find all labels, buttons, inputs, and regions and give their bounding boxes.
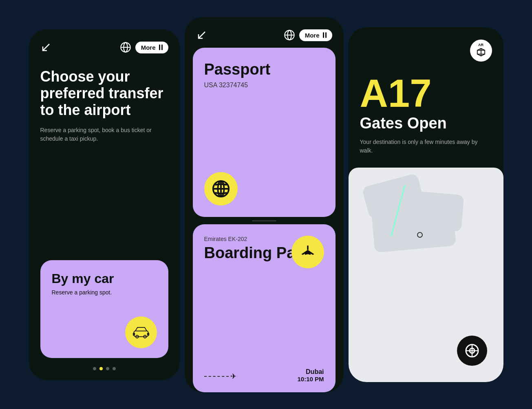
phone-3-desc: Your destination is only a few minutes a… — [360, 138, 492, 155]
svg-line-0 — [43, 44, 49, 51]
divider-line — [252, 220, 276, 221]
phone2-more-label: More — [305, 32, 320, 39]
passport-card[interactable]: Passport USA 32374745 — [193, 48, 336, 217]
phones-container: More Choose your preferred transfer to t… — [0, 0, 532, 409]
phone-1-subtext: Reserve a parking spot, book a bus ticke… — [40, 126, 168, 144]
car-card[interactable]: By my car Reserve a parking spot. — [40, 260, 168, 358]
plane-circle — [291, 236, 324, 268]
map-action-button[interactable] — [457, 336, 487, 366]
phone-2-topbar: More — [185, 29, 344, 41]
map-background — [349, 168, 503, 382]
dots-row — [40, 367, 168, 370]
pause-icon — [159, 44, 163, 50]
passport-globe-circle — [204, 172, 238, 206]
phone2-pause-icon — [323, 32, 327, 38]
boarding-destination: Dubai 10:10 PM — [297, 368, 324, 382]
phone2-arrow-icon — [196, 29, 208, 41]
dot-1 — [93, 367, 96, 370]
globe-icon[interactable] — [120, 42, 131, 53]
phone-1-topbar: More — [40, 42, 168, 53]
phone2-globe-icon[interactable] — [284, 29, 295, 41]
phone2-topbar-right: More — [284, 29, 332, 41]
car-card-title: By my car — [52, 272, 157, 286]
destination-city: Dubai — [297, 368, 324, 376]
phone-2-cards: Passport USA 32374745 Emira — [185, 48, 344, 392]
gates-open: Gates Open — [360, 115, 492, 132]
phone-3-topbar: AR — [360, 40, 492, 62]
dashed-path: ✈ — [204, 372, 236, 381]
boarding-card[interactable]: Emirates EK-202 Boarding Pass ✈ — [193, 224, 336, 392]
ar-cube-icon — [477, 48, 486, 58]
dot-3 — [106, 367, 109, 370]
phone-3-top: AR A17 Gates Open Your destination is on… — [349, 27, 503, 164]
ar-label: AR — [478, 43, 483, 47]
map-section[interactable] — [349, 168, 503, 382]
phone-3: AR A17 Gates Open Your destination is on… — [349, 27, 503, 382]
map-dot-start — [417, 232, 423, 238]
gate-number: A17 — [360, 74, 492, 113]
more-button[interactable]: More — [135, 42, 168, 53]
phone-2: More Passport USA 32374745 — [185, 17, 344, 392]
passport-number: USA 32374745 — [204, 82, 324, 89]
map-path-3 — [371, 205, 456, 252]
ar-button[interactable]: AR — [470, 40, 492, 62]
phone2-more-button[interactable]: More — [299, 29, 332, 41]
arrow-icon — [40, 42, 52, 53]
phone-1-heading: Choose your preferred transfer to the ai… — [40, 68, 168, 119]
car-card-sub: Reserve a parking spot. — [52, 289, 157, 296]
dot-2-active — [99, 367, 103, 370]
card-divider — [193, 217, 336, 224]
topbar-right: More — [120, 42, 168, 53]
passport-title: Passport — [204, 61, 324, 78]
destination-time: 10:10 PM — [297, 376, 324, 382]
dot-4 — [113, 367, 116, 370]
car-icon-circle — [125, 316, 157, 348]
more-label: More — [141, 44, 156, 51]
svg-line-9 — [199, 32, 205, 38]
phone-1: More Choose your preferred transfer to t… — [29, 29, 180, 380]
